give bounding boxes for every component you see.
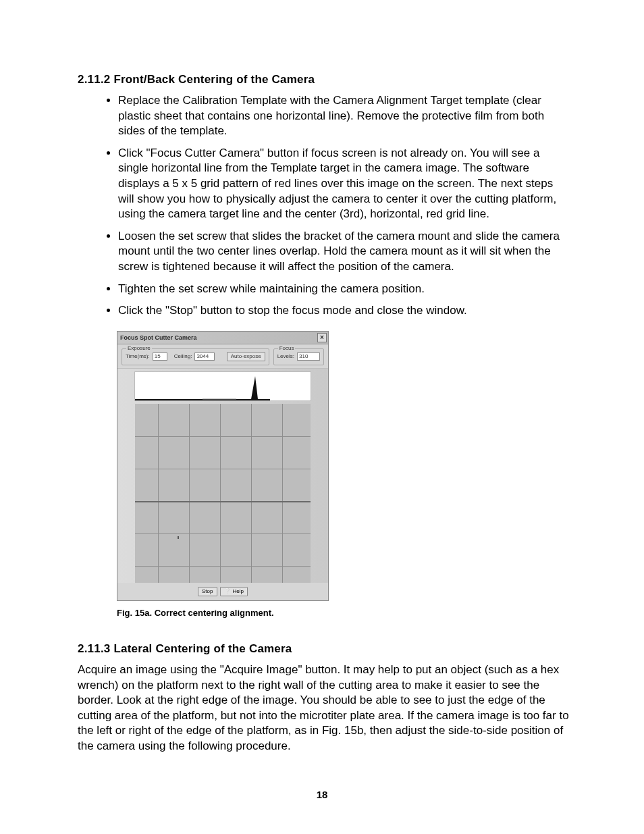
figure-caption: Fig. 15a. Correct centering alignment.	[117, 608, 570, 618]
exposure-group: Exposure Time(ms): 15 Ceiling: 3044 Auto…	[122, 348, 269, 365]
list-item: Loosen the set screw that slides the bra…	[118, 229, 570, 275]
svg-marker-0	[135, 376, 270, 400]
focus-legend: Focus	[278, 345, 296, 351]
section-heading-2-11-2: 2.11.2 Front/Back Centering of the Camer…	[78, 73, 570, 86]
levels-input[interactable]: 310	[297, 353, 320, 361]
exposure-legend: Exposure	[126, 345, 152, 351]
auto-expose-button[interactable]: Auto-expose	[227, 352, 265, 361]
section-paragraph-2-11-3: Acquire an image using the "Acquire Imag…	[78, 662, 570, 754]
center-target-line	[135, 501, 311, 502]
histogram	[134, 371, 311, 401]
levels-label: Levels:	[277, 353, 294, 359]
list-item: Click the "Stop" button to stop the focu…	[118, 303, 570, 319]
close-icon[interactable]: ×	[317, 333, 327, 342]
window-title: Focus Spot Cutter Camera	[120, 334, 197, 341]
camera-image	[135, 404, 311, 583]
list-item: Click "Focus Cutter Camera" button if fo…	[118, 146, 570, 222]
help-button[interactable]: ❔ Help	[220, 587, 248, 596]
stop-button[interactable]: Stop	[198, 587, 217, 596]
ceiling-label: Ceiling:	[174, 353, 192, 359]
page-number: 18	[0, 789, 644, 800]
focus-window: Focus Spot Cutter Camera × Exposure Time…	[117, 331, 329, 601]
ceiling-input[interactable]: 3044	[194, 353, 215, 361]
toolbar: Exposure Time(ms): 15 Ceiling: 3044 Auto…	[117, 344, 328, 369]
bullet-list-2-11-2: Replace the Calibration Template with th…	[78, 93, 570, 319]
list-item: Replace the Calibration Template with th…	[118, 93, 570, 139]
image-speck	[178, 536, 179, 539]
document-page: 2.11.2 Front/Back Centering of the Camer…	[0, 0, 644, 834]
help-button-label: Help	[233, 588, 244, 594]
time-input[interactable]: 15	[153, 353, 167, 361]
figure-15a: Focus Spot Cutter Camera × Exposure Time…	[117, 331, 570, 618]
list-item: Tighten the set screw while maintaining …	[118, 282, 570, 297]
section-heading-2-11-3: 2.11.3 Lateral Centering of the Camera	[78, 642, 570, 656]
help-icon: ❔	[224, 588, 231, 594]
window-footer: Stop ❔ Help	[117, 583, 328, 600]
window-titlebar: Focus Spot Cutter Camera ×	[117, 332, 328, 344]
time-label: Time(ms):	[126, 353, 150, 359]
focus-group: Focus Levels: 310	[273, 348, 324, 365]
